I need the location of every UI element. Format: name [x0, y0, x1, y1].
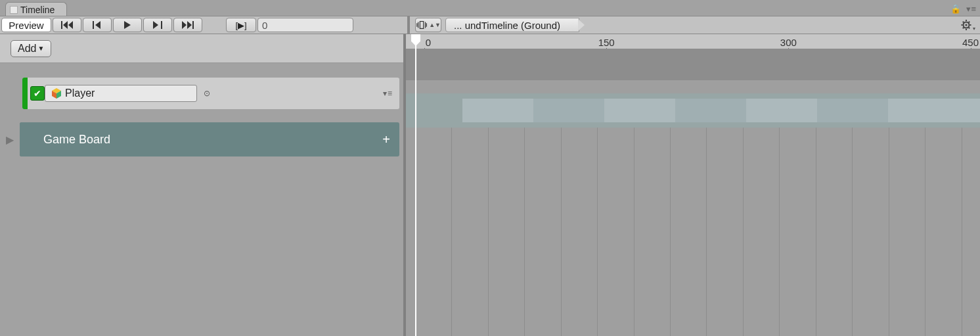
clip[interactable]	[817, 99, 888, 122]
track-group-gameboard[interactable]: Game Board +	[20, 122, 399, 156]
group-expand-toggle[interactable]: ▶	[0, 133, 20, 146]
context-menu-icon[interactable]: ▾≡	[966, 4, 976, 14]
track-lane-gameboard[interactable]	[406, 93, 980, 128]
clip[interactable]	[462, 99, 533, 122]
settings-gear-icon[interactable]: ▾	[960, 18, 976, 32]
clip[interactable]	[746, 99, 817, 122]
grid-lines	[415, 128, 980, 336]
lock-icon[interactable]: 🔒	[950, 4, 961, 14]
group-track-label: Game Board	[43, 133, 110, 147]
dropdown-caret-icon: ▼	[37, 45, 44, 52]
svg-line-13	[963, 28, 964, 28]
window-tab-row: Timeline 🔒 ▾≡	[0, 0, 980, 16]
play-range-button[interactable]: [▶]	[226, 18, 256, 32]
clip-container	[462, 99, 980, 122]
clip[interactable]	[675, 99, 746, 122]
clip[interactable]	[888, 99, 980, 122]
track-color-strip	[22, 78, 28, 109]
svg-line-14	[969, 22, 969, 22]
svg-line-11	[963, 22, 964, 22]
gameobject-cube-icon	[51, 87, 62, 99]
goto-start-button[interactable]	[53, 18, 81, 32]
edit-mode-button[interactable]: ▲▼	[415, 18, 441, 32]
track-binding-name: Player	[65, 87, 95, 99]
toolbar: Preview [▶] 0	[0, 16, 980, 34]
track-lane-player[interactable]	[406, 49, 980, 80]
tab-timeline[interactable]: Timeline	[5, 2, 67, 16]
play-button[interactable]	[113, 18, 142, 32]
track-animation-player[interactable]: ✔ Player ⊙ ▾≡	[22, 78, 399, 109]
timeline-tab-icon	[10, 6, 18, 14]
playhead[interactable]	[415, 34, 416, 336]
group-color-strip	[20, 122, 43, 156]
breadcrumb-asset[interactable]: ... undTimeline (Ground)	[445, 18, 579, 32]
breadcrumb-asset-label: ... undTimeline (Ground)	[454, 20, 560, 31]
timeline-content-pane[interactable]: 0150300450	[406, 34, 980, 336]
preview-button[interactable]: Preview	[1, 18, 51, 32]
add-label: Add	[18, 43, 36, 55]
add-row: Add▼	[0, 34, 403, 63]
tab-title: Timeline	[20, 5, 55, 15]
frame-field[interactable]: 0	[257, 18, 353, 32]
next-frame-button[interactable]	[143, 18, 172, 32]
pane-divider[interactable]	[407, 16, 410, 34]
object-picker-icon[interactable]: ⊙	[204, 89, 210, 98]
track-enable-toggle[interactable]: ✔	[30, 86, 45, 101]
clip[interactable]	[533, 99, 604, 122]
track-list-pane: Add▼ ✔ Player ⊙ ▾≡	[0, 34, 406, 336]
prev-frame-button[interactable]	[83, 18, 112, 32]
group-add-button[interactable]: +	[382, 132, 390, 147]
svg-rect-0	[420, 22, 423, 29]
track-binding-field[interactable]: Player	[45, 85, 197, 102]
add-track-button[interactable]: Add▼	[11, 40, 51, 57]
main-area: Add▼ ✔ Player ⊙ ▾≡	[0, 34, 980, 336]
track-options-icon[interactable]: ▾≡	[383, 89, 393, 98]
frame-value: 0	[262, 20, 267, 31]
clip[interactable]	[604, 99, 675, 122]
svg-line-12	[969, 28, 969, 28]
breadcrumb: ... undTimeline (Ground)	[445, 18, 956, 32]
goto-end-button[interactable]	[173, 18, 202, 32]
svg-point-6	[965, 24, 967, 26]
